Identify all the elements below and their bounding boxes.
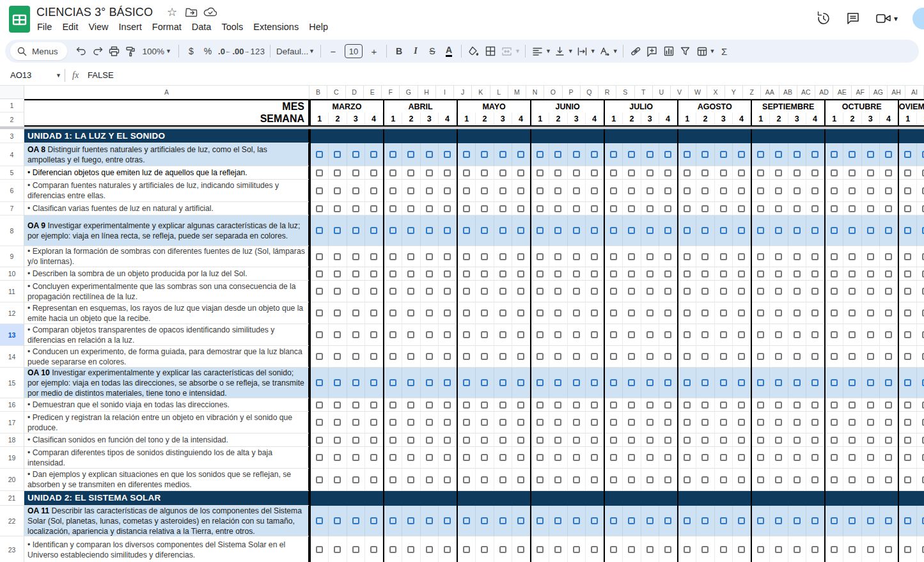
- week-cell[interactable]: [476, 215, 494, 246]
- week-checkbox[interactable]: [794, 253, 801, 260]
- week-cell[interactable]: [806, 166, 824, 180]
- week-checkbox[interactable]: [646, 517, 654, 524]
- row-header[interactable]: 22: [0, 506, 24, 536]
- avatar[interactable]: [912, 8, 924, 29]
- week-checkbox[interactable]: [499, 402, 506, 409]
- week-cell[interactable]: [605, 129, 623, 143]
- week-cell[interactable]: [402, 324, 420, 346]
- week-checkbox[interactable]: [554, 187, 561, 194]
- week-cell[interactable]: [862, 346, 880, 368]
- week-checkbox[interactable]: [849, 454, 856, 461]
- week-cell[interactable]: [826, 166, 843, 180]
- week-number-cell[interactable]: 4: [586, 113, 604, 125]
- week-checkbox[interactable]: [573, 151, 580, 158]
- week-checkbox[interactable]: [481, 402, 488, 409]
- week-number-cell[interactable]: 2: [549, 113, 567, 125]
- week-cell[interactable]: [476, 368, 494, 398]
- week-number-cell[interactable]: 2: [696, 113, 714, 125]
- week-checkbox[interactable]: [334, 419, 341, 426]
- week-checkbox[interactable]: [426, 476, 433, 483]
- week-cell[interactable]: [623, 324, 641, 346]
- week-cell[interactable]: [899, 202, 917, 215]
- week-checkbox[interactable]: [481, 205, 488, 212]
- week-cell[interactable]: [494, 506, 512, 536]
- week-checkbox[interactable]: [831, 187, 838, 194]
- week-cell[interactable]: [880, 281, 898, 302]
- indicator-cell[interactable]: • Diferencian objetos que emiten luz de …: [24, 166, 309, 180]
- week-cell[interactable]: [605, 368, 623, 398]
- week-cell[interactable]: [752, 447, 770, 469]
- week-cell[interactable]: [696, 166, 714, 180]
- week-cell[interactable]: [494, 129, 512, 143]
- week-checkbox[interactable]: [885, 331, 892, 338]
- week-cell[interactable]: [678, 506, 696, 536]
- week-cell[interactable]: [880, 368, 898, 398]
- week-checkbox[interactable]: [463, 331, 470, 338]
- week-checkbox[interactable]: [701, 402, 709, 409]
- week-checkbox[interactable]: [831, 288, 838, 295]
- week-checkbox[interactable]: [370, 227, 377, 234]
- week-checkbox[interactable]: [684, 517, 691, 524]
- week-cell[interactable]: [733, 180, 751, 202]
- strikethrough-button[interactable]: S: [425, 43, 440, 59]
- week-checkbox[interactable]: [811, 151, 818, 158]
- week-cell[interactable]: [384, 129, 402, 143]
- week-checkbox[interactable]: [646, 454, 654, 461]
- week-cell[interactable]: [586, 536, 604, 562]
- week-checkbox[interactable]: [481, 151, 488, 158]
- name-box-dropdown-icon[interactable]: ▼: [56, 72, 61, 79]
- week-cell[interactable]: [421, 412, 439, 433]
- week-cell[interactable]: [439, 506, 457, 536]
- week-cell[interactable]: [476, 166, 494, 180]
- week-cell[interactable]: [402, 180, 420, 202]
- search-menus-button[interactable]: Menus: [10, 42, 67, 60]
- decrease-decimal-button[interactable]: .0←: [217, 43, 232, 59]
- week-checkbox[interactable]: [407, 187, 414, 194]
- week-cell[interactable]: [476, 302, 494, 324]
- week-checkbox[interactable]: [536, 331, 544, 338]
- week-cell[interactable]: [806, 433, 824, 447]
- week-cell[interactable]: [494, 412, 512, 433]
- week-cell[interactable]: [347, 412, 365, 433]
- week-cell[interactable]: [568, 166, 586, 180]
- month-name-cell[interactable]: NOVIEMBRE: [899, 100, 924, 113]
- week-cell[interactable]: [788, 324, 806, 346]
- week-checkbox[interactable]: [849, 379, 856, 386]
- week-cell[interactable]: [880, 506, 898, 536]
- week-cell[interactable]: [512, 202, 530, 215]
- week-cell[interactable]: [696, 433, 714, 447]
- week-checkbox[interactable]: [463, 309, 470, 316]
- week-cell[interactable]: [531, 491, 549, 506]
- increase-font-size-button[interactable]: +: [366, 43, 382, 59]
- week-cell[interactable]: [605, 433, 623, 447]
- week-checkbox[interactable]: [389, 402, 396, 409]
- week-checkbox[interactable]: [407, 437, 414, 444]
- week-cell[interactable]: [788, 129, 806, 143]
- week-cell[interactable]: [605, 215, 623, 246]
- week-cell[interactable]: [311, 143, 329, 166]
- week-cell[interactable]: [384, 447, 402, 469]
- week-checkbox[interactable]: [794, 227, 801, 234]
- week-checkbox[interactable]: [481, 270, 488, 277]
- week-cell[interactable]: [770, 215, 788, 246]
- week-cell[interactable]: [402, 267, 420, 281]
- week-cell[interactable]: [531, 143, 549, 166]
- week-cell[interactable]: [531, 536, 549, 562]
- week-cell[interactable]: [568, 433, 586, 447]
- week-cell[interactable]: [347, 166, 365, 180]
- week-checkbox[interactable]: [628, 309, 635, 316]
- week-number-cell[interactable]: 2: [476, 113, 494, 125]
- row-header[interactable]: 23: [0, 536, 24, 562]
- week-checkbox[interactable]: [794, 169, 801, 176]
- week-cell[interactable]: [384, 143, 402, 166]
- week-cell[interactable]: [788, 246, 806, 267]
- week-cell[interactable]: [549, 536, 567, 562]
- week-checkbox[interactable]: [849, 546, 856, 553]
- week-checkbox[interactable]: [849, 309, 856, 316]
- week-checkbox[interactable]: [352, 476, 359, 483]
- week-cell[interactable]: [770, 506, 788, 536]
- week-checkbox[interactable]: [316, 331, 323, 338]
- week-cell[interactable]: [384, 536, 402, 562]
- week-cell[interactable]: [365, 506, 383, 536]
- week-cell[interactable]: [770, 143, 788, 166]
